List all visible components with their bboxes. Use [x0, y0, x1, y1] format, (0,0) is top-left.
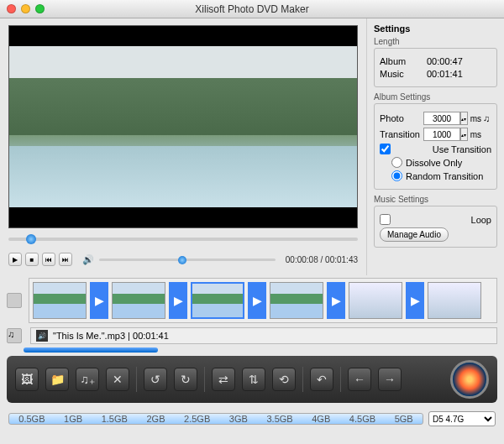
thumbnail-selected[interactable]: [191, 282, 244, 319]
thumbnail[interactable]: [270, 282, 323, 319]
album-length: 00:00:47: [423, 56, 491, 66]
seek-knob[interactable]: [26, 234, 36, 244]
move-right-button[interactable]: →: [378, 368, 402, 391]
undo-button[interactable]: ↶: [310, 368, 333, 391]
refresh-button[interactable]: ⟲: [272, 368, 296, 391]
transition-label: Transition: [380, 129, 423, 139]
transition-icon[interactable]: ▶: [90, 282, 108, 319]
add-photo-button[interactable]: 🖼: [15, 368, 39, 391]
prev-button[interactable]: ⏮: [42, 253, 55, 266]
titlebar: Xilisoft Photo DVD Maker: [0, 0, 504, 18]
seek-bar[interactable]: [8, 232, 358, 247]
volume-slider[interactable]: [99, 259, 276, 261]
add-music-button[interactable]: ♫₊: [76, 368, 99, 391]
loop-checkbox[interactable]: [380, 214, 391, 225]
rotate-right-button[interactable]: ↻: [174, 368, 197, 391]
photos-icon[interactable]: [7, 293, 22, 308]
speaker-icon: 🔊: [36, 330, 48, 342]
transition-icon[interactable]: ▶: [327, 282, 345, 319]
transition-icon[interactable]: ▶: [169, 282, 187, 319]
thumbnail[interactable]: [33, 282, 87, 319]
thumbnail-strip: ▶ ▶ ▶ ▶ ▶: [0, 275, 504, 326]
album-label: Album: [380, 56, 423, 66]
audio-icon[interactable]: ♫: [7, 328, 22, 343]
main-toolbar: 🖼 📁 ♫₊ ✕ ↺ ↻ ⇄ ⇅ ⟲ ↶ ← →: [7, 356, 497, 403]
transition-stepper[interactable]: ▴▾: [460, 128, 468, 141]
next-button[interactable]: ⏭: [59, 253, 72, 266]
sort-button[interactable]: ⇅: [242, 368, 265, 391]
settings-panel: Settings Length Album00:00:47 Music00:01…: [366, 18, 504, 275]
dissolve-only-radio[interactable]: [391, 157, 402, 168]
photo-stepper[interactable]: ▴▾: [460, 112, 468, 125]
transition-icon[interactable]: ▶: [248, 282, 266, 319]
play-button[interactable]: ▶: [8, 253, 22, 266]
disc-capacity-bar: 0.5GB 1GB 1.5GB 2GB 2.5GB 3GB 3.5GB 4GB …: [8, 413, 423, 425]
music-label: Music: [380, 69, 423, 79]
video-preview: [8, 25, 358, 228]
footer: 0.5GB 1GB 1.5GB 2GB 2.5GB 3GB 3.5GB 4GB …: [0, 406, 504, 431]
length-label: Length: [374, 37, 497, 46]
settings-heading: Settings: [374, 24, 497, 34]
thumbnail[interactable]: [112, 282, 165, 319]
stop-button[interactable]: ■: [25, 253, 39, 266]
use-transition-label: Use Transition: [433, 144, 491, 154]
use-transition-checkbox[interactable]: [380, 144, 391, 154]
photo-label: Photo: [380, 113, 423, 123]
music-note-icon[interactable]: ♫: [481, 113, 491, 123]
random-transition-label: Random Transition: [406, 171, 483, 181]
preview-panel: ▶ ■ ⏮ ⏭ 🔊 00:00:08 / 00:01:43: [0, 18, 366, 275]
disc-type-select[interactable]: D5 4.7G: [428, 411, 496, 426]
add-folder-button[interactable]: 📁: [45, 368, 69, 391]
photo-duration-input[interactable]: [423, 112, 460, 125]
shuffle-button[interactable]: ⇄: [212, 368, 235, 391]
preview-image: [9, 46, 357, 207]
transition-icon[interactable]: ▶: [406, 282, 424, 319]
move-left-button[interactable]: ←: [348, 368, 371, 391]
volume-knob[interactable]: [178, 256, 186, 264]
audio-track-row[interactable]: 🔊 "This Is Me.".mp3 | 00:01:41: [30, 327, 497, 344]
random-transition-radio[interactable]: [391, 170, 402, 181]
manage-audio-button[interactable]: Manage Audio: [380, 227, 449, 242]
playback-time: 00:00:08 / 00:01:43: [286, 255, 358, 264]
music-settings-label: Music Settings: [374, 195, 497, 204]
audio-track-label: "This Is Me.".mp3 | 00:01:41: [53, 331, 169, 341]
transition-duration-input[interactable]: [423, 128, 460, 141]
thumbnail[interactable]: [428, 282, 481, 319]
loop-label: Loop: [471, 215, 491, 225]
window-title: Xilisoft Photo DVD Maker: [0, 3, 504, 15]
ms-unit-2: ms: [470, 130, 481, 139]
dissolve-only-label: Dissolve Only: [406, 158, 462, 168]
audio-progress: [24, 347, 158, 353]
rotate-left-button[interactable]: ↺: [144, 368, 167, 391]
delete-button[interactable]: ✕: [106, 368, 129, 391]
music-length: 00:01:41: [423, 69, 491, 79]
ms-unit: ms: [470, 114, 481, 123]
thumbnail[interactable]: [349, 282, 402, 319]
burn-button[interactable]: [450, 360, 489, 399]
volume-icon: 🔊: [82, 254, 94, 265]
album-settings-label: Album Settings: [374, 92, 497, 102]
